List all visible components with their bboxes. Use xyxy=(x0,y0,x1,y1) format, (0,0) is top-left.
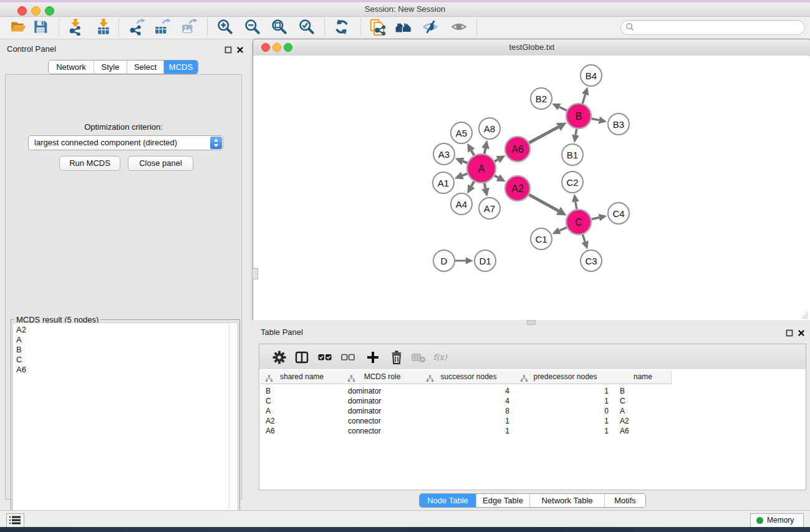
column-header-successor-nodes[interactable]: successor nodes xyxy=(422,370,516,384)
mcds-result-item[interactable]: A2 xyxy=(13,325,238,335)
table-cell[interactable]: A2 xyxy=(615,416,671,426)
column-header-MCDS-role[interactable]: MCDS role xyxy=(343,370,422,384)
graph-edge-C-C1[interactable] xyxy=(559,228,567,231)
column-header-shared-name[interactable]: shared name xyxy=(261,370,344,384)
close-table-panel-icon[interactable] xyxy=(798,328,805,336)
table-cell[interactable]: A xyxy=(261,406,343,416)
graph-edge-A-A3[interactable] xyxy=(463,162,467,163)
table-cell[interactable]: 4 xyxy=(422,386,516,396)
graph-edge-A6-B[interactable] xyxy=(529,127,558,143)
zoom-out-icon[interactable] xyxy=(244,18,261,36)
graph-edge-C-C2[interactable] xyxy=(576,202,577,210)
column-split-icon[interactable] xyxy=(294,350,309,365)
first-neighbors-icon[interactable] xyxy=(395,18,412,36)
refresh-layout-icon[interactable] xyxy=(333,18,350,36)
table-cell[interactable]: connector xyxy=(343,426,422,436)
main-titlebar[interactable]: Session: New Session xyxy=(0,2,810,17)
column-header-predecessor-nodes[interactable]: predecessor nodes xyxy=(516,370,615,384)
graph-edge-A-A8[interactable] xyxy=(485,148,486,154)
table-cell[interactable]: 1 xyxy=(422,416,516,426)
mcds-result-scrollbar[interactable] xyxy=(229,323,238,529)
graph-edge-C-C3[interactable] xyxy=(582,235,585,242)
import-network-icon[interactable] xyxy=(67,18,84,36)
graph-edge-C-C4[interactable] xyxy=(592,218,599,220)
network-view-window[interactable]: testGlobe.txt AA6A2BCA5A8A3A1A4A7B2B4B3B… xyxy=(253,39,810,321)
table-cell[interactable]: 1 xyxy=(516,396,615,406)
table-cell[interactable]: A2 xyxy=(261,416,343,426)
tab-mcds[interactable]: MCDS xyxy=(164,60,198,74)
table-cell[interactable]: 0 xyxy=(516,406,615,416)
graph-edge-A-A5[interactable] xyxy=(471,150,474,155)
mcds-result-item[interactable]: A xyxy=(13,335,238,345)
graph-edge-A-A2[interactable] xyxy=(494,176,498,178)
import-table-icon[interactable] xyxy=(95,18,112,36)
mcds-result-item[interactable]: B xyxy=(13,345,238,355)
table-cell[interactable]: connector xyxy=(343,416,422,426)
close-panel-button[interactable]: Close panel xyxy=(128,156,193,171)
graph-edge-A-A6[interactable] xyxy=(494,160,498,162)
criterion-dropdown[interactable]: largest connected component (directed) xyxy=(28,135,223,150)
graph-edge-B-B1[interactable] xyxy=(576,129,577,135)
graph-edge-A2-C[interactable] xyxy=(529,195,558,211)
table-cell[interactable]: 1 xyxy=(516,426,615,436)
search-box[interactable] xyxy=(620,20,805,35)
table-cell[interactable]: 1 xyxy=(422,426,516,436)
zoom-fit-icon[interactable] xyxy=(271,18,288,36)
export-image-icon[interactable] xyxy=(180,18,198,36)
table-cell[interactable]: A6 xyxy=(615,426,671,436)
export-network-icon[interactable] xyxy=(128,18,145,36)
hide-selected-icon[interactable] xyxy=(422,18,439,36)
float-table-panel-icon[interactable] xyxy=(786,328,793,336)
tab-select[interactable]: Select xyxy=(127,60,164,74)
graph-edge-A-A7[interactable] xyxy=(485,183,486,189)
select-all-icon[interactable] xyxy=(317,350,332,365)
tab-network-table[interactable]: Network Table xyxy=(530,494,605,507)
open-file-icon[interactable] xyxy=(9,18,27,36)
graph-edge-B-B3[interactable] xyxy=(592,118,599,120)
graph-edge-B-B2[interactable] xyxy=(559,107,567,110)
tab-network[interactable]: Network xyxy=(49,60,94,74)
close-panel-icon[interactable] xyxy=(236,45,244,52)
save-session-icon[interactable] xyxy=(32,18,49,36)
resize-grip-icon[interactable] xyxy=(800,311,809,319)
table-cell[interactable]: 4 xyxy=(422,396,516,406)
run-mcds-button[interactable]: Run MCDS xyxy=(59,156,120,171)
mcds-result-item[interactable]: C xyxy=(13,355,238,365)
add-entry-icon[interactable] xyxy=(365,350,380,365)
table-cell[interactable]: A xyxy=(615,406,671,416)
table-cell[interactable]: B xyxy=(615,386,671,396)
zoom-in-icon[interactable] xyxy=(216,18,234,36)
graph-edge-A-A4[interactable] xyxy=(471,181,474,186)
delete-entry-icon[interactable] xyxy=(389,350,404,365)
search-input[interactable] xyxy=(637,21,799,34)
table-cell[interactable]: 8 xyxy=(422,406,516,416)
table-cell[interactable]: B xyxy=(261,386,343,396)
node-table[interactable]: shared nameMCDS rolesuccessor nodesprede… xyxy=(259,369,806,490)
show-hidden-icon[interactable] xyxy=(450,18,468,36)
table-settings-icon[interactable] xyxy=(272,350,287,365)
table-cell[interactable]: C xyxy=(615,396,671,406)
graph-edge-A-A1[interactable] xyxy=(463,173,468,175)
mcds-result-list[interactable]: A2ABCA6 xyxy=(12,322,238,530)
export-table-icon[interactable] xyxy=(153,18,171,36)
table-cell[interactable]: A6 xyxy=(261,426,343,436)
tab-motifs[interactable]: Motifs xyxy=(605,494,645,507)
table-cell[interactable]: 1 xyxy=(516,386,615,396)
network-graph[interactable]: AA6A2BCA5A8A3A1A4A7B2B4B3B1C2C4C1C3DD1 xyxy=(254,56,809,320)
table-cell[interactable]: 1 xyxy=(516,416,615,426)
tab-style[interactable]: Style xyxy=(94,60,127,74)
table-cell[interactable]: dominator xyxy=(343,386,422,396)
memory-button[interactable]: Memory xyxy=(750,513,804,528)
task-history-button[interactable] xyxy=(6,513,24,528)
split-divider-handle[interactable] xyxy=(252,268,258,279)
tab-edge-table[interactable]: Edge Table xyxy=(476,494,530,507)
float-panel-icon[interactable] xyxy=(224,45,232,52)
network-window-titlebar[interactable]: testGlobe.txt xyxy=(253,39,810,56)
table-cell[interactable]: dominator xyxy=(343,406,422,416)
graph-edge-B-B4[interactable] xyxy=(582,94,585,103)
zoom-selected-icon[interactable] xyxy=(298,18,316,36)
new-network-from-selection-icon[interactable] xyxy=(369,18,386,36)
column-header-name[interactable]: name xyxy=(615,370,672,384)
table-cell[interactable]: C xyxy=(261,396,343,406)
mcds-result-item[interactable]: A6 xyxy=(13,365,238,375)
